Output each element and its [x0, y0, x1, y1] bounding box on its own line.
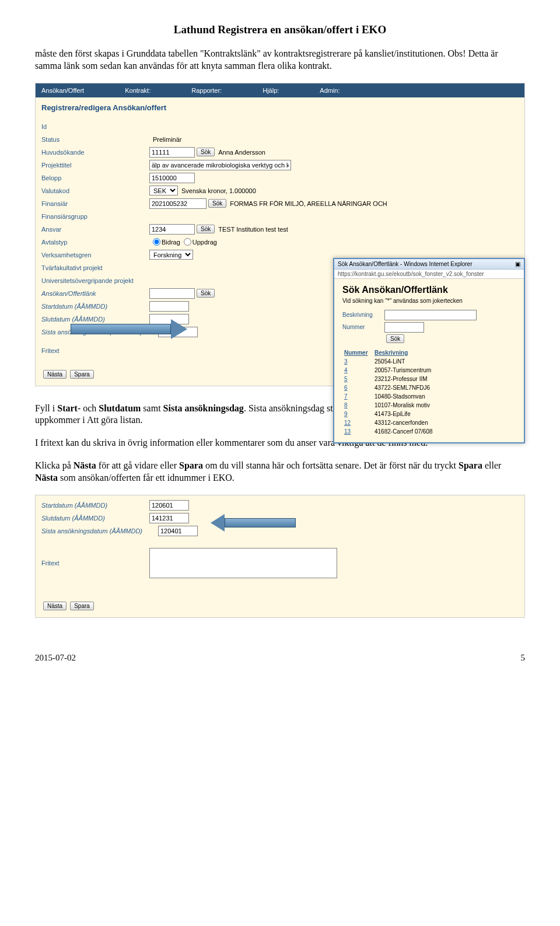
- sok-button[interactable]: Sök: [197, 225, 215, 233]
- sok-button[interactable]: Sök: [208, 199, 226, 208]
- label-univover: Universitetsövergripande projekt: [41, 277, 170, 284]
- label-fritext: Fritext: [41, 560, 149, 567]
- popup-heading: Sök Ansökan/Offertlänk: [342, 285, 516, 295]
- nav-item[interactable]: Ansökan/Offert: [41, 87, 84, 94]
- label-fritext: Fritext: [41, 347, 149, 354]
- label-tvarfak: Tvärfakultativt projekt: [41, 264, 149, 271]
- table-row[interactable]: 941473-EpiLife: [344, 410, 433, 418]
- label-avtalstyp: Avtalstyp: [41, 239, 149, 246]
- screenshot-dates: Startdatum (ÅÅMMDD) Slutdatum (ÅÅMMDD) S…: [35, 495, 525, 618]
- label-sista: Sista ansökningsdatum (ÅÅMMDD): [41, 527, 158, 534]
- sok-button[interactable]: Sök: [197, 148, 215, 156]
- ansvar-desc: TEST Institution test test: [218, 226, 288, 233]
- table-row[interactable]: 420057-Turismcentrum: [344, 366, 433, 374]
- label-finansiarsgrupp: Finansiärsgrupp: [41, 213, 149, 220]
- label-belopp: Belopp: [41, 174, 149, 181]
- label-projekttitel: Projekttitel: [41, 162, 149, 169]
- annotation-arrow-icon: [71, 319, 193, 339]
- footer-page: 5: [521, 653, 526, 663]
- table-row[interactable]: 1243312-cancerfonden: [344, 419, 433, 427]
- page-footer: 2015-07-02 5: [35, 653, 525, 663]
- label-finansiar: Finansiär: [41, 200, 149, 207]
- section-heading: Registrera/redigera Ansökan/offert: [36, 97, 524, 118]
- label-ansvar: Ansvar: [41, 226, 149, 233]
- slutdatum-input[interactable]: [149, 513, 189, 523]
- popup-results-table: NummerBeskrivning 325054-LiNT420057-Turi…: [342, 348, 435, 436]
- label-startdatum: Startdatum (ÅÅMMDD): [41, 303, 149, 310]
- valutakod-select[interactable]: SEK: [149, 186, 178, 195]
- huvudsokande-input[interactable]: [149, 147, 195, 158]
- table-row[interactable]: 643722-SEML7NFDJ6: [344, 384, 433, 392]
- radio-bidrag[interactable]: [153, 238, 160, 246]
- radio-uppdrag[interactable]: [184, 238, 191, 246]
- popup-subtext: Vid sökning kan "*" användas som jokerte…: [342, 298, 516, 304]
- page-title: Lathund Registrera en ansökan/offert i E…: [35, 23, 525, 36]
- paragraph-1: måste den först skapas i Grunddata tabel…: [35, 48, 525, 72]
- navbar: Ansökan/Offert Kontrakt: Rapporter: Hjäl…: [36, 83, 524, 97]
- label-offertlank: Ansökan/Offertlänk: [41, 290, 149, 297]
- label-huvudsokande: Huvudsökande: [41, 149, 149, 156]
- startdatum-input[interactable]: [149, 500, 189, 511]
- valuta-desc: Svenska kronor, 1.000000: [181, 187, 256, 194]
- fritext-textarea[interactable]: [149, 548, 337, 578]
- table-row[interactable]: 810107-Moralisk motiv: [344, 401, 433, 409]
- table-row[interactable]: 325054-LiNT: [344, 358, 433, 365]
- nav-item[interactable]: Kontrakt:: [125, 87, 150, 94]
- table-row[interactable]: 1341682-Cancerf 07/608: [344, 428, 433, 435]
- belopp-input[interactable]: [149, 173, 195, 183]
- paragraph-4: Klicka på Nästa för att gå vidare eller …: [35, 460, 525, 484]
- nav-item[interactable]: Rapporter:: [191, 87, 222, 94]
- finansiar-input[interactable]: [149, 198, 206, 209]
- projekttitel-input[interactable]: [149, 160, 291, 170]
- table-row[interactable]: 710480-Stadsomvan: [344, 393, 433, 400]
- ansvar-input[interactable]: [149, 224, 195, 235]
- popup-urlbar: https://kontrakt.gu.se/ekoutb/sok_fonste…: [334, 270, 524, 279]
- bidrag-label: Bidrag: [162, 239, 180, 246]
- spara-button[interactable]: Spara: [70, 370, 94, 379]
- sista-input[interactable]: [158, 526, 198, 536]
- uppdrag-label: Uppdrag: [192, 239, 217, 246]
- footer-date: 2015-07-02: [35, 653, 76, 663]
- label-startdatum: Startdatum (ÅÅMMDD): [41, 502, 149, 509]
- sok-button[interactable]: Sök: [197, 289, 215, 298]
- huvudsokande-name: Anna Andersson: [218, 149, 265, 156]
- spara-button[interactable]: Spara: [70, 602, 94, 610]
- popup-titlebar: Sök Ansökan/Offertlänk - Windows Interne…: [334, 259, 524, 270]
- popup-nummer-label: Nummer: [342, 324, 384, 330]
- popup-sok-button[interactable]: Sök: [386, 334, 404, 343]
- annotation-arrow-icon: [211, 514, 304, 532]
- label-verksamhetsgren: Verksamhetsgren: [41, 251, 149, 258]
- screenshot-form: Ansökan/Offert Kontrakt: Rapporter: Hjäl…: [35, 83, 525, 386]
- nav-item[interactable]: Admin:: [320, 87, 340, 94]
- popup-beskrivning-label: Beskrivning: [342, 312, 384, 318]
- nasta-button[interactable]: Nästa: [43, 602, 66, 610]
- popup-nummer-input[interactable]: [384, 322, 424, 333]
- verksamhetsgren-select[interactable]: Forskning: [149, 250, 193, 260]
- window-controls-icon[interactable]: ▣: [515, 261, 520, 267]
- nasta-button[interactable]: Nästa: [43, 370, 66, 379]
- table-row[interactable]: 523212-Professur IIM: [344, 375, 433, 383]
- label-status: Status: [41, 136, 149, 143]
- finansiar-desc: FORMAS FR FÖR MILJÖ, AREELLA NÄRINGAR OC…: [230, 200, 387, 207]
- popup-beskrivning-input[interactable]: [384, 310, 477, 320]
- label-id: Id: [41, 123, 149, 130]
- form-area: Id Status Preliminär Huvudsökande Sök An…: [36, 118, 524, 363]
- status-value: Preliminär: [153, 136, 182, 143]
- nav-item[interactable]: Hjälp:: [262, 87, 279, 94]
- offertlank-input[interactable]: [149, 288, 195, 299]
- label-valutakod: Valutakod: [41, 187, 149, 194]
- startdatum-input[interactable]: [149, 301, 189, 312]
- search-popup: Sök Ansökan/Offertlänk - Windows Interne…: [333, 258, 525, 443]
- label-slutdatum: Slutdatum (ÅÅMMDD): [41, 515, 149, 522]
